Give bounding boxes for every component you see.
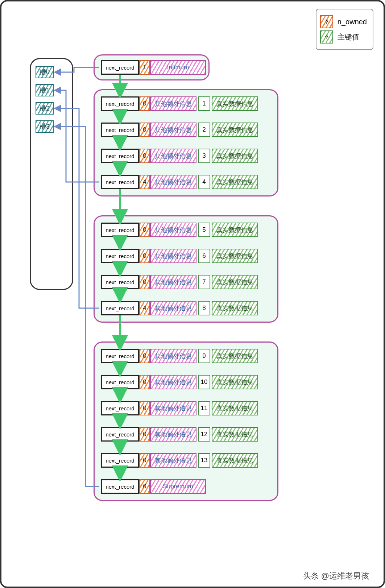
n-owned-cell: 0 (139, 427, 150, 442)
next-record-cell: next_record (101, 401, 139, 415)
legend-swatch-pk: ? (320, 30, 333, 44)
n-owned-cell: 0 (139, 375, 150, 389)
pk-cell: 1 (198, 96, 210, 111)
record-row: next_record0其他额外信息9真实数据信息 (101, 349, 258, 363)
record-row: next_record0其他额外信息3真实数据信息 (101, 149, 258, 163)
extra-info-cell: 其他额外信息 (150, 223, 196, 237)
n-owned-cell: 0 (139, 123, 150, 137)
next-record-cell: next_record (101, 375, 139, 389)
record-row: next_record1Infimum (101, 60, 206, 75)
extra-info-cell: 其他额外信息 (150, 175, 196, 189)
next-record-cell: next_record (101, 275, 139, 289)
record-row: next_record4其他额外信息8真实数据信息 (101, 301, 258, 315)
legend-row-pk: ? 主键值 (320, 30, 367, 44)
next-record-cell: next_record (101, 349, 139, 363)
pk-cell: 10 (198, 375, 210, 389)
legend-label-pk: 主键值 (338, 32, 359, 42)
pk-cell: 8 (198, 301, 210, 315)
next-record-cell: next_record (101, 453, 139, 468)
n-owned-cell: 0 (139, 349, 150, 363)
extra-info-cell: 其他额外信息 (150, 149, 196, 163)
next-record-cell: next_record (101, 60, 139, 75)
extra-info-cell: 其他额外信息 (150, 375, 196, 389)
real-data-cell: 真实数据信息 (212, 427, 258, 442)
diagram-canvas: ? n_owned ? 主键值 槽0槽1槽2槽3 next_record1Inf… (0, 0, 385, 588)
infimum-supremum-cell: Supremum (150, 479, 206, 494)
legend-label-nowned: n_owned (338, 18, 367, 26)
pk-cell: 5 (198, 223, 210, 237)
slot-3: 槽3 (36, 120, 54, 133)
extra-info-cell: 其他额外信息 (150, 249, 196, 263)
legend-row-nowned: ? n_owned (320, 15, 367, 28)
extra-info-cell: 其他额外信息 (150, 123, 196, 137)
n-owned-cell: 4 (139, 301, 150, 315)
extra-info-cell: 其他额外信息 (150, 275, 196, 289)
next-record-cell: next_record (101, 223, 139, 237)
extra-info-cell: 其他额外信息 (150, 96, 196, 111)
extra-info-cell: 其他额外信息 (150, 401, 196, 415)
pk-cell: 2 (198, 123, 210, 137)
n-owned-cell: 0 (139, 249, 150, 263)
record-row: next_record0其他额外信息5真实数据信息 (101, 223, 258, 237)
group-3 (94, 341, 278, 501)
record-row: next_record0其他额外信息7真实数据信息 (101, 275, 258, 289)
n-owned-cell: 0 (139, 223, 150, 237)
real-data-cell: 真实数据信息 (212, 175, 258, 189)
n-owned-cell: 0 (139, 401, 150, 415)
n-owned-cell: 0 (139, 149, 150, 163)
real-data-cell: 真实数据信息 (212, 96, 258, 111)
record-row: next_record0其他额外信息10真实数据信息 (101, 375, 258, 389)
legend-box: ? n_owned ? 主键值 (316, 9, 373, 50)
real-data-cell: 真实数据信息 (212, 223, 258, 237)
next-record-cell: next_record (101, 149, 139, 163)
real-data-cell: 真实数据信息 (212, 301, 258, 315)
extra-info-cell: 其他额外信息 (150, 453, 196, 468)
n-owned-cell: 0 (139, 453, 150, 468)
real-data-cell: 真实数据信息 (212, 453, 258, 468)
n-owned-cell: 0 (139, 96, 150, 111)
watermark-text: 头条 @运维老男孩 (303, 571, 369, 581)
next-record-cell: next_record (101, 96, 139, 111)
record-row: next_record0其他额外信息2真实数据信息 (101, 123, 258, 137)
n-owned-cell: 0 (139, 275, 150, 289)
real-data-cell: 真实数据信息 (212, 123, 258, 137)
n-owned-cell: 4 (139, 175, 150, 189)
pk-cell: 9 (198, 349, 210, 363)
real-data-cell: 真实数据信息 (212, 375, 258, 389)
pk-cell: 12 (198, 427, 210, 442)
next-record-cell: next_record (101, 123, 139, 137)
n-owned-cell: 1 (139, 60, 150, 75)
slot-1: 槽1 (36, 84, 54, 96)
real-data-cell: 真实数据信息 (212, 249, 258, 263)
real-data-cell: 真实数据信息 (212, 401, 258, 415)
extra-info-cell: 其他额外信息 (150, 349, 196, 363)
record-row: next_record0其他额外信息12真实数据信息 (101, 427, 258, 442)
pk-cell: 13 (198, 453, 210, 468)
record-row: next_record6Supremum (101, 479, 206, 494)
extra-info-cell: 其他额外信息 (150, 427, 196, 442)
pk-cell: 11 (198, 401, 210, 415)
next-record-cell: next_record (101, 427, 139, 442)
extra-info-cell: 其他额外信息 (150, 301, 196, 315)
infimum-supremum-cell: Infimum (150, 60, 206, 75)
n-owned-cell: 6 (139, 479, 150, 494)
record-row: next_record4其他额外信息4真实数据信息 (101, 175, 258, 189)
pk-cell: 6 (198, 249, 210, 263)
next-record-cell: next_record (101, 479, 139, 494)
slot-0: 槽0 (36, 66, 54, 78)
next-record-cell: next_record (101, 249, 139, 263)
real-data-cell: 真实数据信息 (212, 275, 258, 289)
slot-2: 槽2 (36, 102, 54, 115)
record-row: next_record0其他额外信息13真实数据信息 (101, 453, 258, 468)
record-row: next_record0其他额外信息1真实数据信息 (101, 96, 258, 111)
real-data-cell: 真实数据信息 (212, 149, 258, 163)
pk-cell: 3 (198, 149, 210, 163)
next-record-cell: next_record (101, 301, 139, 315)
record-row: next_record0其他额外信息11真实数据信息 (101, 401, 258, 415)
real-data-cell: 真实数据信息 (212, 349, 258, 363)
pk-cell: 7 (198, 275, 210, 289)
pk-cell: 4 (198, 175, 210, 189)
record-row: next_record0其他额外信息6真实数据信息 (101, 249, 258, 263)
legend-swatch-nowned: ? (320, 15, 333, 28)
next-record-cell: next_record (101, 175, 139, 189)
